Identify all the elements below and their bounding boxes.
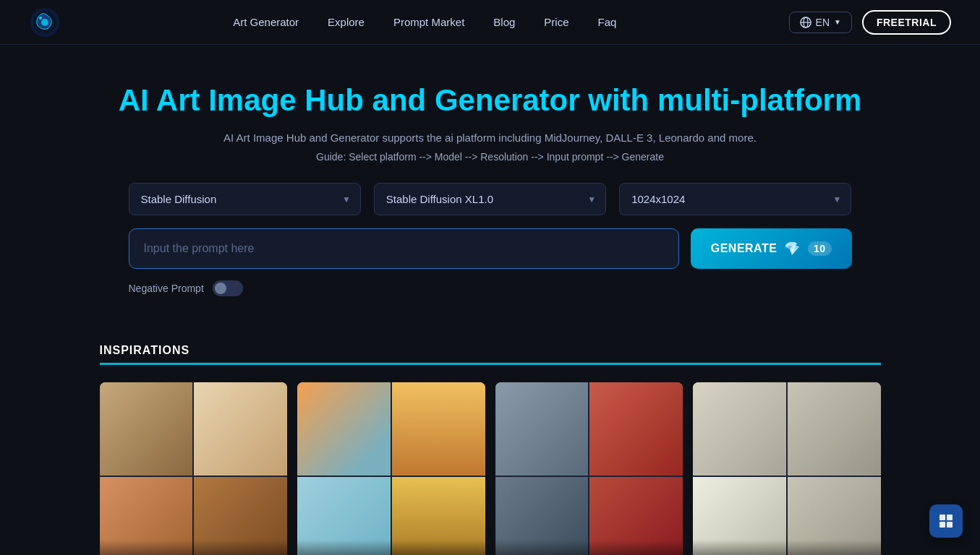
globe-icon bbox=[800, 17, 811, 28]
inspiration-card-2[interactable]: Alessandro Gottardo-inspired Citysc... bbox=[297, 382, 485, 555]
svg-rect-9 bbox=[939, 522, 945, 528]
svg-rect-8 bbox=[947, 515, 953, 520]
cell-2 bbox=[194, 382, 287, 476]
cell-6 bbox=[392, 382, 485, 476]
cell-13 bbox=[693, 382, 786, 476]
cell-10 bbox=[589, 382, 683, 476]
inspiration-card-4[interactable]: Alessandro Gottardo-inspired Charac... bbox=[693, 382, 881, 555]
cell-14 bbox=[788, 382, 881, 476]
free-trial-button[interactable]: FREETRIAL bbox=[862, 10, 951, 35]
nav-faq[interactable]: Faq bbox=[598, 16, 617, 28]
inspiration-card-3[interactable]: Dynamic Warrior Character Illustrati... bbox=[495, 382, 683, 555]
inspirations-title: INSPIRATIONS bbox=[100, 344, 881, 365]
inspirations-header: INSPIRATIONS bbox=[100, 344, 881, 371]
hero-subtitle: AI Art Image Hub and Generator supports … bbox=[29, 132, 951, 144]
card-label-1: Alessandro Gottardo-inspired Feline ... bbox=[100, 540, 288, 555]
language-button[interactable]: EN ▼ bbox=[789, 12, 852, 33]
resolution-select[interactable]: 1024x1024 512x512 768x768 1024x768 bbox=[619, 183, 851, 215]
model-select-wrapper: Stable Diffusion XL1.0 Stable Diffusion … bbox=[374, 183, 606, 215]
svg-rect-10 bbox=[947, 522, 953, 528]
svg-point-2 bbox=[41, 19, 48, 26]
credit-count: 10 bbox=[808, 241, 832, 256]
platform-select-wrapper: Stable Diffusion MidJourney DALL-E 3 Leo… bbox=[129, 183, 361, 215]
expand-icon bbox=[938, 513, 954, 529]
negative-prompt-row: Negative Prompt bbox=[129, 280, 852, 296]
generate-button[interactable]: GENERATE 💎 10 bbox=[691, 228, 852, 269]
nav-art-generator[interactable]: Art Generator bbox=[233, 16, 299, 28]
cell-1 bbox=[100, 382, 193, 476]
card-label-2: Alessandro Gottardo-inspired Citysc... bbox=[297, 540, 485, 555]
negative-prompt-toggle[interactable] bbox=[213, 280, 243, 296]
nav-right: EN ▼ FREETRIAL bbox=[789, 10, 951, 35]
svg-rect-7 bbox=[939, 515, 945, 520]
controls-row: Stable Diffusion MidJourney DALL-E 3 Leo… bbox=[129, 183, 852, 215]
nav-explore[interactable]: Explore bbox=[328, 16, 365, 28]
model-select[interactable]: Stable Diffusion XL1.0 Stable Diffusion … bbox=[374, 183, 606, 215]
nav-links: Art Generator Explore Prompt Market Blog… bbox=[233, 16, 616, 28]
navbar: Art Generator Explore Prompt Market Blog… bbox=[0, 0, 980, 45]
card-inner-1 bbox=[100, 382, 288, 555]
card-label-4: Alessandro Gottardo-inspired Charac... bbox=[693, 540, 881, 555]
resolution-select-wrapper: 1024x1024 512x512 768x768 1024x768 ▼ bbox=[619, 183, 851, 215]
prompt-input[interactable] bbox=[129, 228, 679, 269]
card-inner-2 bbox=[297, 382, 485, 555]
svg-point-3 bbox=[39, 17, 42, 20]
nav-blog[interactable]: Blog bbox=[493, 16, 515, 28]
inspirations-section: INSPIRATIONS Alessandro Gottardo-inspire… bbox=[71, 344, 910, 555]
lang-label: EN bbox=[816, 17, 830, 28]
nav-price[interactable]: Price bbox=[544, 16, 568, 28]
image-grid: Alessandro Gottardo-inspired Feline ... … bbox=[100, 382, 881, 555]
cell-5 bbox=[297, 382, 391, 476]
floating-expand-button[interactable] bbox=[929, 504, 963, 538]
platform-select[interactable]: Stable Diffusion MidJourney DALL-E 3 Leo… bbox=[129, 183, 361, 215]
logo[interactable] bbox=[29, 7, 61, 38]
chevron-down-icon: ▼ bbox=[834, 18, 841, 26]
cell-9 bbox=[495, 382, 589, 476]
hero-section: AI Art Image Hub and Generator with mult… bbox=[0, 45, 980, 344]
card-inner-4 bbox=[693, 382, 881, 555]
card-inner-3 bbox=[495, 382, 683, 555]
prompt-row: GENERATE 💎 10 bbox=[129, 228, 852, 269]
gem-icon: 💎 bbox=[784, 241, 801, 257]
card-label-3: Dynamic Warrior Character Illustrati... bbox=[495, 540, 683, 555]
nav-prompt-market[interactable]: Prompt Market bbox=[393, 16, 464, 28]
hero-title: AI Art Image Hub and Generator with mult… bbox=[29, 82, 951, 119]
hero-guide: Guide: Select platform --> Model --> Res… bbox=[29, 151, 951, 163]
negative-prompt-label: Negative Prompt bbox=[129, 283, 204, 294]
inspiration-card-1[interactable]: Alessandro Gottardo-inspired Feline ... bbox=[100, 382, 288, 555]
generate-label: GENERATE bbox=[711, 242, 777, 255]
